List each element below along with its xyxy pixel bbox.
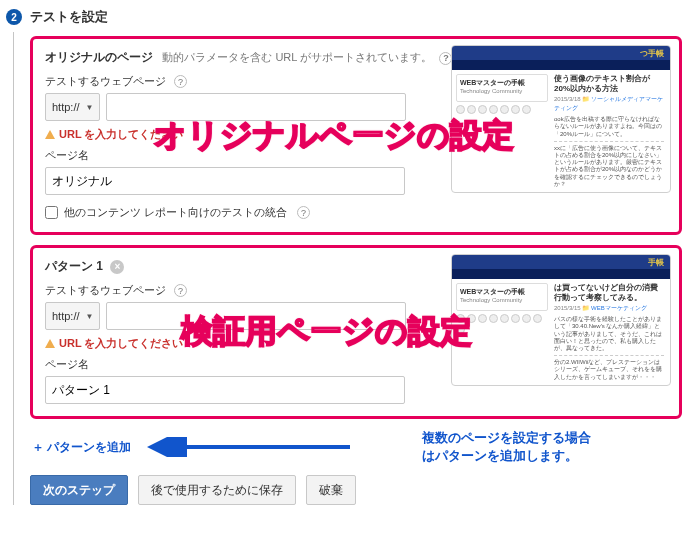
original-name-input[interactable] — [45, 167, 405, 195]
chevron-down-icon: ▼ — [86, 103, 94, 112]
pattern-url-input[interactable] — [106, 302, 406, 330]
step-title: テストを設定 — [30, 8, 108, 26]
protocol-select[interactable]: http:// ▼ — [45, 93, 100, 121]
preview-card-sub: Technology Community — [460, 88, 544, 94]
protocol-select[interactable]: http:// ▼ — [45, 302, 100, 330]
pattern-webpage-label: テストするウェブページ — [45, 283, 166, 298]
preview-card-sub: Technology Community — [460, 297, 544, 303]
step-number-badge: 2 — [6, 9, 22, 25]
original-preview-thumbnail: つ手帳 WEBマスターの手帳 Technology Community 使う画像… — [451, 45, 671, 193]
preview-headline: は買ってないけど自分の消費行動って考察してみる。 — [554, 283, 664, 302]
pattern-frame: パターン 1 × テストするウェブページ ? http:// ▼ URL を入力… — [30, 245, 682, 419]
original-page-frame: オリジナルのページ 動的パラメータを含む URL がサポートされています。 ? … — [30, 36, 682, 235]
chevron-down-icon: ▼ — [86, 312, 94, 321]
add-pattern-link[interactable]: ＋ パターンを追加 — [32, 439, 131, 456]
warning-icon — [45, 339, 55, 348]
original-url-input[interactable] — [106, 93, 406, 121]
protocol-value: http:// — [52, 310, 80, 322]
preview-brand: 手帳 — [648, 257, 664, 268]
preview-card-title: WEBマスターの手帳 — [460, 287, 544, 297]
consolidate-checkbox[interactable] — [45, 206, 58, 219]
pattern-url-warning: URL を入力してください — [59, 336, 183, 351]
save-for-later-button[interactable]: 後で使用するために保存 — [138, 475, 296, 505]
original-subnote: 動的パラメータを含む URL がサポートされています。 — [162, 51, 432, 63]
preview-brand: つ手帳 — [640, 48, 664, 59]
help-icon[interactable]: ? — [174, 75, 187, 88]
original-url-warning: URL を入力してください — [59, 127, 183, 142]
protocol-value: http:// — [52, 101, 80, 113]
preview-body: 分の2.WIIWiiなど、プレステーションはシリーズ、ゲームキューブ、それをを購… — [554, 359, 664, 381]
original-webpage-label: テストするウェブページ — [45, 74, 166, 89]
preview-body: パスの様な手術を経験したことがありまして「30.40.New's なんか購入経緯… — [554, 316, 664, 352]
preview-body: xxに「広告に使う画像について、テキストの占める割合を20%以内にしなさい」とい… — [554, 145, 664, 188]
warning-icon — [45, 130, 55, 139]
pattern-preview-thumbnail: 手帳 WEBマスターの手帳 Technology Community は買ってな… — [451, 254, 671, 386]
discard-button[interactable]: 破棄 — [306, 475, 356, 505]
annotation-text: 複数のページを設定する場合 はパターンを追加します。 — [422, 429, 682, 465]
preview-body: ook広告を出稿する際に守らなければならないルールがありますよね。今回はの「20… — [554, 116, 664, 138]
preview-date: 2015/3/15 — [554, 305, 581, 311]
preview-date: 2015/3/18 — [554, 96, 581, 102]
preview-card-title: WEBマスターの手帳 — [460, 78, 544, 88]
consolidate-label: 他のコンテンツ レポート向けのテストの統合 — [64, 205, 287, 220]
original-name-label: ページ名 — [45, 148, 89, 163]
pattern-heading: パターン 1 — [45, 259, 103, 273]
help-icon[interactable]: ? — [174, 284, 187, 297]
pattern-name-label: ページ名 — [45, 357, 89, 372]
pattern-name-input[interactable] — [45, 376, 405, 404]
help-icon[interactable]: ? — [297, 206, 310, 219]
close-icon[interactable]: × — [110, 260, 124, 274]
preview-tag: WEBマーケティング — [591, 305, 647, 311]
original-heading-text: オリジナルのページ — [45, 50, 153, 64]
next-step-button[interactable]: 次のステップ — [30, 475, 128, 505]
preview-headline: 使う画像のテキスト割合が20%以内かる方法 — [554, 74, 664, 93]
arrow-left-icon — [145, 437, 355, 457]
